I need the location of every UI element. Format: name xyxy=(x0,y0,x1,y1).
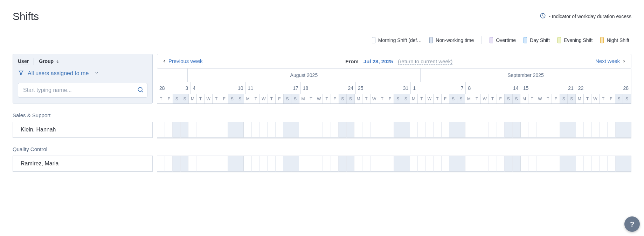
day-cell[interactable] xyxy=(568,122,576,138)
day-cell[interactable] xyxy=(212,122,220,138)
day-cell[interactable] xyxy=(473,156,481,172)
day-cell[interactable] xyxy=(276,156,284,172)
day-cell[interactable] xyxy=(157,122,165,138)
day-cell[interactable] xyxy=(236,156,244,172)
day-cell[interactable] xyxy=(457,122,465,138)
day-cell[interactable] xyxy=(354,156,362,172)
day-cell[interactable] xyxy=(173,122,181,138)
day-cell[interactable] xyxy=(299,156,307,172)
day-cell[interactable] xyxy=(268,156,276,172)
day-cell[interactable] xyxy=(323,156,331,172)
day-cell[interactable] xyxy=(323,122,331,138)
shift-track[interactable] xyxy=(157,156,631,172)
day-cell[interactable] xyxy=(592,122,600,138)
day-cell[interactable] xyxy=(513,156,521,172)
day-cell[interactable] xyxy=(600,122,608,138)
day-cell[interactable] xyxy=(291,122,299,138)
day-cell[interactable] xyxy=(339,156,347,172)
day-cell[interactable] xyxy=(592,156,600,172)
day-cell[interactable] xyxy=(552,122,560,138)
day-cell[interactable] xyxy=(291,156,299,172)
day-cell[interactable] xyxy=(315,122,323,138)
day-cell[interactable] xyxy=(260,122,268,138)
day-cell[interactable] xyxy=(434,156,442,172)
chevron-left-icon[interactable] xyxy=(162,59,166,63)
day-cell[interactable] xyxy=(528,122,536,138)
day-cell[interactable] xyxy=(418,122,426,138)
day-cell[interactable] xyxy=(228,122,236,138)
tab-user[interactable]: User xyxy=(18,58,29,65)
day-cell[interactable] xyxy=(307,156,315,172)
day-cell[interactable] xyxy=(252,122,260,138)
day-cell[interactable] xyxy=(584,122,592,138)
day-cell[interactable] xyxy=(181,156,189,172)
day-cell[interactable] xyxy=(165,122,173,138)
day-cell[interactable] xyxy=(260,156,268,172)
person-name[interactable]: Klein, Hannah xyxy=(13,122,153,138)
day-cell[interactable] xyxy=(600,156,608,172)
day-cell[interactable] xyxy=(331,122,339,138)
day-cell[interactable] xyxy=(449,156,457,172)
day-cell[interactable] xyxy=(173,156,181,172)
day-cell[interactable] xyxy=(196,122,205,138)
day-cell[interactable] xyxy=(244,156,252,172)
day-cell[interactable] xyxy=(442,156,450,172)
day-cell[interactable] xyxy=(331,156,339,172)
day-cell[interactable] xyxy=(181,122,189,138)
day-cell[interactable] xyxy=(220,156,228,172)
day-cell[interactable] xyxy=(442,122,450,138)
day-cell[interactable] xyxy=(426,122,434,138)
user-filter-dropdown[interactable]: All users assigned to me xyxy=(18,70,147,77)
day-cell[interactable] xyxy=(165,156,173,172)
day-cell[interactable] xyxy=(449,122,457,138)
day-cell[interactable] xyxy=(371,156,379,172)
day-cell[interactable] xyxy=(196,156,205,172)
day-cell[interactable] xyxy=(204,156,212,172)
day-cell[interactable] xyxy=(402,156,410,172)
day-cell[interactable] xyxy=(489,156,497,172)
day-cell[interactable] xyxy=(354,122,362,138)
day-cell[interactable] xyxy=(386,122,394,138)
day-cell[interactable] xyxy=(536,122,545,138)
day-cell[interactable] xyxy=(544,122,552,138)
day-cell[interactable] xyxy=(497,122,505,138)
day-cell[interactable] xyxy=(473,122,481,138)
next-week-link[interactable]: Next week xyxy=(595,58,620,64)
day-cell[interactable] xyxy=(236,122,244,138)
day-cell[interactable] xyxy=(347,156,355,172)
day-cell[interactable] xyxy=(481,156,489,172)
day-cell[interactable] xyxy=(394,122,402,138)
day-cell[interactable] xyxy=(623,122,631,138)
day-cell[interactable] xyxy=(371,122,379,138)
day-cell[interactable] xyxy=(426,156,434,172)
day-cell[interactable] xyxy=(188,156,196,172)
search-icon[interactable] xyxy=(137,86,144,94)
day-cell[interactable] xyxy=(220,122,228,138)
day-cell[interactable] xyxy=(536,156,545,172)
day-cell[interactable] xyxy=(505,156,513,172)
day-cell[interactable] xyxy=(410,122,418,138)
day-cell[interactable] xyxy=(386,156,394,172)
day-cell[interactable] xyxy=(347,122,355,138)
shift-track[interactable] xyxy=(157,122,631,138)
day-cell[interactable] xyxy=(616,156,624,172)
day-cell[interactable] xyxy=(623,156,631,172)
day-cell[interactable] xyxy=(315,156,323,172)
day-cell[interactable] xyxy=(616,122,624,138)
person-name[interactable]: Ramirez, Maria xyxy=(13,156,153,172)
day-cell[interactable] xyxy=(362,156,371,172)
day-cell[interactable] xyxy=(489,122,497,138)
search-input[interactable] xyxy=(18,83,147,98)
day-cell[interactable] xyxy=(268,122,276,138)
day-cell[interactable] xyxy=(283,156,291,172)
day-cell[interactable] xyxy=(410,156,418,172)
day-cell[interactable] xyxy=(418,156,426,172)
day-cell[interactable] xyxy=(307,122,315,138)
day-cell[interactable] xyxy=(204,122,212,138)
chevron-right-icon[interactable] xyxy=(622,59,626,63)
day-cell[interactable] xyxy=(188,122,196,138)
day-cell[interactable] xyxy=(608,122,616,138)
day-cell[interactable] xyxy=(576,156,584,172)
day-cell[interactable] xyxy=(552,156,560,172)
day-cell[interactable] xyxy=(212,156,220,172)
